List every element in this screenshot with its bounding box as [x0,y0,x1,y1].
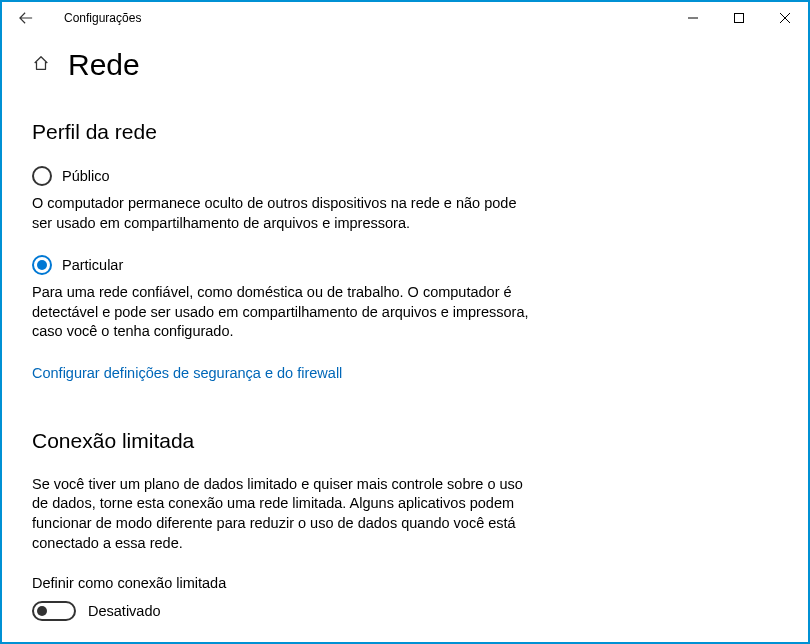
close-button[interactable] [762,2,808,34]
radio-public-label: Público [62,168,110,184]
metered-heading: Conexão limitada [32,429,778,453]
public-description: O computador permanece oculto de outros … [32,194,532,233]
radio-icon [32,255,52,275]
profile-heading: Perfil da rede [32,120,778,144]
window-title: Configurações [64,11,141,25]
private-description: Para uma rede confiável, como doméstica … [32,283,532,342]
titlebar: Configurações [2,2,808,34]
metered-toggle[interactable] [32,601,76,621]
close-icon [780,13,790,23]
content-area: Rede Perfil da rede Público O computador… [2,34,808,642]
back-button[interactable] [8,2,44,34]
firewall-link[interactable]: Configurar definições de segurança e do … [32,365,342,381]
radio-icon [32,166,52,186]
radio-private[interactable]: Particular [32,255,778,275]
maximize-button[interactable] [716,2,762,34]
minimize-icon [688,13,698,23]
metered-toggle-state: Desativado [88,603,161,619]
svg-rect-0 [735,14,744,23]
metered-toggle-row: Desativado [32,601,778,621]
page-header: Rede [32,48,778,82]
radio-public[interactable]: Público [32,166,778,186]
radio-private-label: Particular [62,257,123,273]
arrow-left-icon [19,11,33,25]
metered-description: Se você tiver um plano de dados limitado… [32,475,532,553]
home-icon[interactable] [32,54,50,76]
metered-toggle-label: Definir como conexão limitada [32,575,778,591]
maximize-icon [734,13,744,23]
minimize-button[interactable] [670,2,716,34]
window-controls [670,2,808,34]
page-title: Rede [68,48,140,82]
